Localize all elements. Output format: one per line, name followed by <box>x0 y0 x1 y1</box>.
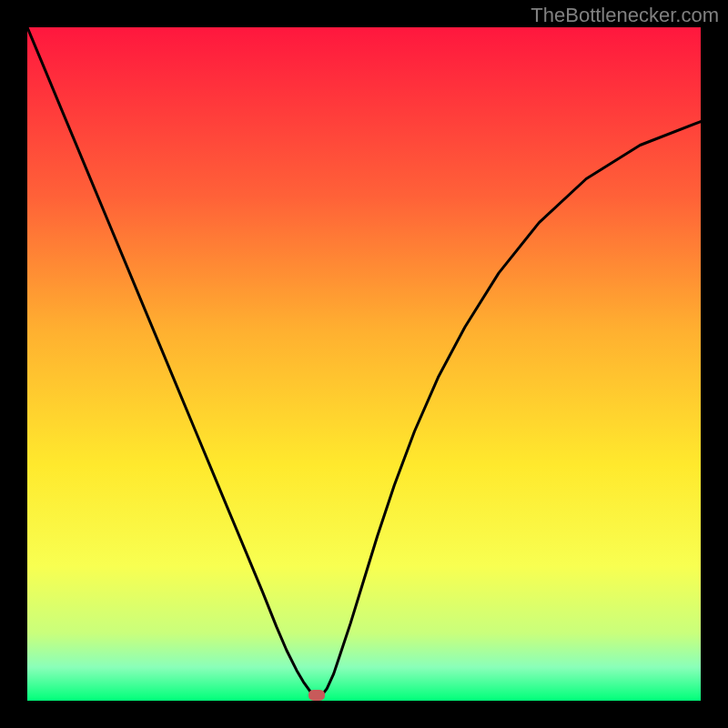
plot-area <box>27 27 701 701</box>
watermark-text: TheBottlenecker.com <box>531 4 719 27</box>
optimum-marker <box>308 690 325 701</box>
outer-frame: TheBottlenecker.com <box>0 0 728 728</box>
bottleneck-curve <box>27 27 701 697</box>
curve-svg <box>27 27 701 701</box>
